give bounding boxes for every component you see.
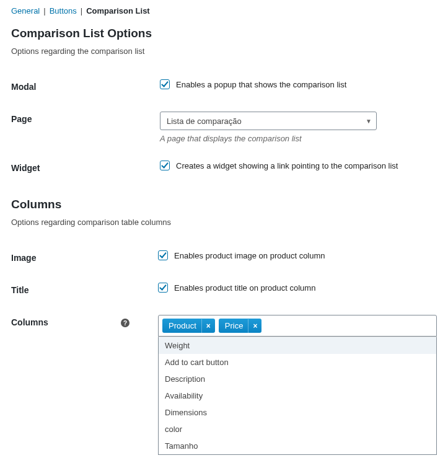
label-modal: Modal	[11, 71, 147, 103]
title-checkbox[interactable]	[158, 283, 168, 293]
tab-separator: |	[43, 6, 45, 15]
section-title-comparison-options: Comparison List Options	[11, 27, 437, 40]
section-desc-columns: Options regarding comparison table colum…	[11, 218, 437, 227]
label-image: Image	[11, 242, 146, 274]
columns-option[interactable]: Weight	[159, 337, 436, 354]
form-table-comparison: Modal Enables a popup that shows the com…	[11, 71, 437, 184]
row-modal: Modal Enables a popup that shows the com…	[11, 71, 437, 103]
row-columns: Columns ? Product×Price× WeightAdd to ca…	[11, 306, 437, 464]
columns-multiselect[interactable]: Product×Price×	[158, 315, 437, 337]
row-image: Image Enables product image on product c…	[11, 242, 437, 274]
settings-subtabs: General | Buttons | Comparison List	[11, 6, 437, 15]
widget-checkbox-text: Creates a widget showing a link pointing…	[176, 161, 398, 170]
modal-checkbox[interactable]	[160, 79, 170, 89]
label-widget: Widget	[11, 152, 147, 184]
remove-tag-icon[interactable]: ×	[201, 319, 215, 333]
image-checkbox[interactable]	[158, 250, 168, 260]
columns-dropdown[interactable]: WeightAdd to cart buttonDescriptionAvail…	[158, 337, 437, 455]
page-help-text: A page that displays the comparison list	[160, 134, 437, 143]
row-title: Title Enables product title on product c…	[11, 274, 437, 306]
label-columns: Columns	[11, 317, 48, 327]
columns-tag[interactable]: Product×	[162, 319, 215, 333]
columns-tag[interactable]: Price×	[219, 319, 262, 333]
row-widget: Widget Creates a widget showing a link p…	[11, 152, 437, 184]
tab-comparison-list[interactable]: Comparison List	[86, 6, 150, 15]
title-checkbox-label[interactable]: Enables product title on product column	[158, 283, 315, 293]
widget-checkbox-label[interactable]: Creates a widget showing a link pointing…	[160, 161, 398, 170]
columns-option[interactable]: Dimensions	[159, 404, 436, 421]
label-page: Page	[11, 103, 147, 152]
tab-separator: |	[81, 6, 82, 15]
form-table-columns: Image Enables product image on product c…	[11, 242, 437, 464]
modal-checkbox-text: Enables a popup that shows the compariso…	[176, 80, 346, 89]
remove-tag-icon[interactable]: ×	[248, 319, 261, 333]
columns-tag-label: Price	[219, 319, 248, 333]
image-checkbox-label[interactable]: Enables product image on product column	[158, 250, 325, 260]
columns-option[interactable]: Description	[159, 371, 436, 387]
columns-option[interactable]: color	[159, 421, 436, 438]
image-checkbox-text: Enables product image on product column	[174, 251, 325, 260]
title-checkbox-text: Enables product title on product column	[174, 283, 315, 293]
columns-option[interactable]: Tamanho	[159, 438, 436, 454]
columns-option[interactable]: Add to cart button	[159, 354, 436, 371]
tab-buttons[interactable]: Buttons	[50, 6, 77, 15]
columns-option[interactable]: Availability	[159, 387, 436, 404]
help-tip-icon[interactable]: ?	[121, 319, 130, 327]
section-desc-comparison-options: Options regarding the comparison list	[11, 46, 437, 56]
label-title: Title	[11, 274, 146, 306]
tab-general[interactable]: General	[11, 6, 40, 15]
widget-checkbox[interactable]	[160, 161, 170, 170]
page-select-value[interactable]: Lista de comparação	[160, 112, 377, 130]
row-page: Page Lista de comparação ▼ A page that d…	[11, 103, 437, 152]
section-title-columns: Columns	[11, 198, 437, 211]
modal-checkbox-label[interactable]: Enables a popup that shows the compariso…	[160, 79, 346, 89]
page-select[interactable]: Lista de comparação ▼	[160, 112, 377, 130]
columns-tag-label: Product	[162, 319, 201, 333]
